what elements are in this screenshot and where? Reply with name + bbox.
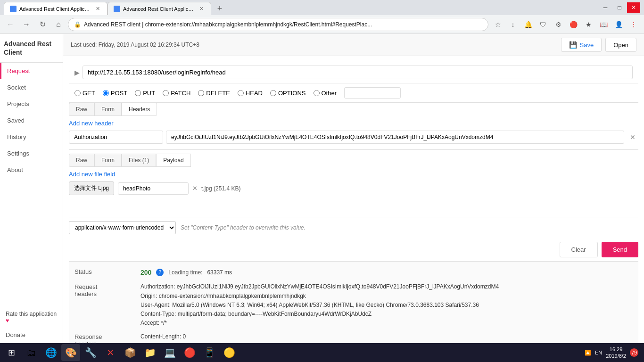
extension-icon-4[interactable]: ⚙: [552, 18, 565, 31]
donate-link[interactable]: Donate: [0, 329, 63, 343]
sidebar-item-about[interactable]: About: [0, 162, 63, 178]
extension-icon-6[interactable]: ★: [582, 18, 595, 31]
sidebar-item-socket[interactable]: Socket: [0, 79, 63, 96]
method-other[interactable]: Other: [314, 90, 337, 97]
method-delete[interactable]: DELETE: [198, 90, 230, 97]
save-label: Save: [580, 41, 594, 49]
request-headers-section: Raw Form Headers Add new header ✕: [69, 103, 638, 144]
content-area[interactable]: ▶ GET POST PUT PATCH DELETE: [63, 56, 644, 343]
maximize-button[interactable]: □: [613, 2, 626, 13]
extension-icon-2[interactable]: 🔔: [521, 18, 535, 31]
sidebar-item-history[interactable]: History: [0, 129, 63, 145]
content-type-req-value: Content-Type: multipart/form-data; bound…: [140, 310, 633, 319]
payload-tab-raw[interactable]: Raw: [69, 154, 94, 167]
app-container: Advanced Rest Client Request Socket Proj…: [0, 34, 644, 343]
sidebar-item-request[interactable]: Request: [0, 63, 63, 79]
save-icon: 💾: [569, 41, 577, 49]
file-field-name-input[interactable]: [118, 182, 189, 195]
close-button[interactable]: ✕: [627, 2, 640, 13]
method-options[interactable]: OPTIONS: [270, 90, 306, 97]
payload-tab-files[interactable]: Files (1): [122, 154, 156, 167]
forward-button[interactable]: →: [20, 18, 33, 31]
header-remove-1[interactable]: ✕: [627, 132, 638, 142]
method-post[interactable]: POST: [103, 90, 127, 97]
taskbar-icon-code[interactable]: 💻: [160, 344, 179, 361]
sidebar-item-settings[interactable]: Settings: [0, 145, 63, 162]
file-choose-button[interactable]: 选择文件 t.jpg: [69, 181, 114, 195]
header-value-input-1[interactable]: [166, 131, 624, 144]
status-info-icon[interactable]: ?: [156, 269, 164, 276]
tray-network-icon[interactable]: 🔼: [585, 350, 591, 356]
send-button[interactable]: Send: [602, 242, 638, 257]
taskbar-icon-pkg[interactable]: 📦: [121, 344, 140, 361]
heart-icon: ♥: [6, 317, 9, 324]
refresh-button[interactable]: ↻: [36, 18, 49, 31]
method-options-radio[interactable]: [270, 90, 276, 96]
request-tab-headers[interactable]: Headers: [122, 103, 157, 116]
address-bar[interactable]: 🔒 Advanced REST client | chrome-extensio…: [68, 18, 488, 31]
add-file-link[interactable]: Add new file field: [69, 171, 115, 178]
sidebar-item-projects[interactable]: Projects: [0, 96, 63, 112]
taskbar-icon-x[interactable]: ✕: [101, 344, 120, 361]
browser-tab-2[interactable]: Advanced Rest Client Applicat... ✕: [107, 2, 211, 15]
extension-icon-1[interactable]: ↓: [506, 18, 520, 31]
sidebar-logo: Advanced Rest Client: [0, 34, 63, 63]
method-get-radio[interactable]: [74, 90, 81, 96]
start-button[interactable]: ⊞: [2, 343, 21, 362]
action-buttons: Clear Send: [69, 238, 638, 261]
taskbar-icon-folder[interactable]: 📁: [140, 344, 159, 361]
taskbar-icon-red[interactable]: 🔴: [180, 344, 199, 361]
extension-icon-3[interactable]: 🛡: [537, 18, 550, 31]
rate-application[interactable]: Rate this application ♥: [0, 306, 63, 329]
method-head[interactable]: HEAD: [238, 90, 263, 97]
method-delete-radio[interactable]: [198, 90, 204, 96]
minimize-button[interactable]: ─: [599, 2, 612, 13]
url-input[interactable]: [83, 66, 633, 79]
method-other-input[interactable]: [344, 87, 401, 99]
taskbar-icon-yellow[interactable]: 🟡: [220, 344, 239, 361]
payload-tab-form[interactable]: Form: [94, 154, 122, 167]
request-tab-form[interactable]: Form: [94, 103, 122, 116]
profile-icon[interactable]: 👤: [612, 18, 625, 31]
method-patch-radio[interactable]: [163, 90, 169, 96]
header-row-1: ✕: [69, 131, 638, 144]
method-post-radio[interactable]: [103, 90, 109, 96]
payload-tab-payload[interactable]: Payload: [156, 154, 190, 167]
content-type-select[interactable]: application/x-www-form-urlencoded multip…: [69, 221, 176, 234]
open-button[interactable]: Open: [605, 38, 636, 52]
taskbar-icon-phone[interactable]: 📱: [200, 344, 219, 361]
method-other-radio[interactable]: [314, 90, 320, 96]
browser-tab-1[interactable]: Advanced Rest Client Applicat... ✕: [4, 2, 107, 15]
taskbar-icon-files[interactable]: 🗂: [22, 344, 41, 361]
tab-close-2[interactable]: ✕: [198, 5, 205, 13]
add-header-link[interactable]: Add new header: [69, 120, 114, 127]
request-tab-raw[interactable]: Raw: [69, 103, 94, 116]
taskbar-icon-paint[interactable]: 🎨: [61, 344, 80, 361]
method-put[interactable]: PUT: [135, 90, 155, 97]
method-patch[interactable]: PATCH: [163, 90, 190, 97]
menu-icon[interactable]: ⋮: [627, 18, 640, 31]
save-button[interactable]: 💾 Save: [561, 38, 602, 52]
sidebar-item-saved[interactable]: Saved: [0, 112, 63, 129]
taskbar-icon-browser[interactable]: 🌐: [41, 344, 60, 361]
tab-close-1[interactable]: ✕: [94, 5, 101, 13]
system-clock: 16:29 2019/8/2: [606, 346, 626, 360]
file-remove-button[interactable]: ✕: [192, 185, 198, 192]
method-get[interactable]: GET: [74, 90, 95, 97]
bookmark-star-icon[interactable]: ☆: [491, 18, 504, 31]
tray-keyboard-icon[interactable]: EN: [595, 350, 602, 355]
method-head-radio[interactable]: [238, 90, 244, 96]
taskbar-icon-tools[interactable]: 🔧: [81, 344, 100, 361]
header-key-input-1[interactable]: [69, 131, 163, 144]
browser-titlebar: Advanced Rest Client Applicat... ✕ Advan…: [0, 0, 644, 15]
back-button[interactable]: ←: [4, 18, 17, 31]
extension-icon-7[interactable]: 📖: [597, 18, 610, 31]
clear-button[interactable]: Clear: [560, 242, 598, 257]
url-arrow-icon[interactable]: ▶: [74, 69, 80, 76]
extension-icon-5[interactable]: 🔴: [567, 18, 580, 31]
home-button[interactable]: ⌂: [52, 18, 65, 31]
payload-tab-bar: Raw Form Files (1) Payload: [69, 154, 638, 167]
new-tab-button[interactable]: +: [213, 2, 226, 15]
method-put-radio[interactable]: [135, 90, 141, 96]
request-headers-row: Request headers Authorization: eyJhbGciO…: [74, 282, 633, 328]
